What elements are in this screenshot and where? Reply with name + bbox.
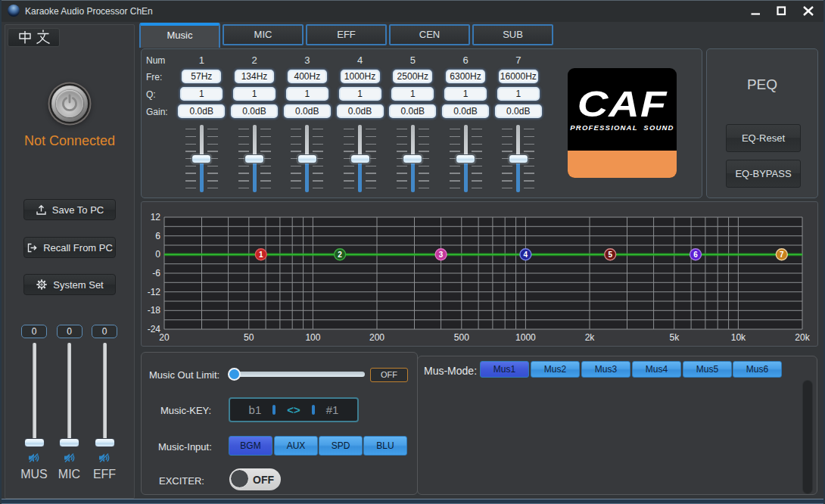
svg-text:100: 100 [305,332,320,343]
svg-text:200: 200 [369,332,384,343]
svg-text:1000: 1000 [515,332,536,343]
svg-text:7: 7 [780,250,784,259]
svg-text:5: 5 [608,250,612,259]
svg-text:2k: 2k [585,332,596,343]
svg-text:-12: -12 [148,287,161,297]
svg-text:20k: 20k [795,332,810,343]
svg-text:12: 12 [151,212,161,222]
svg-text:2: 2 [338,250,342,259]
svg-text:6: 6 [693,250,698,259]
svg-text:10k: 10k [731,332,746,343]
svg-text:-18: -18 [148,305,161,316]
svg-text:1: 1 [259,250,263,259]
svg-text:-6: -6 [152,268,160,278]
svg-text:4: 4 [524,250,528,259]
svg-text:50: 50 [244,332,254,343]
svg-text:6: 6 [155,231,160,241]
svg-text:5k: 5k [669,332,680,343]
svg-text:20: 20 [159,332,170,343]
svg-text:500: 500 [454,332,469,343]
svg-text:0: 0 [155,249,160,260]
svg-text:3: 3 [439,250,444,259]
